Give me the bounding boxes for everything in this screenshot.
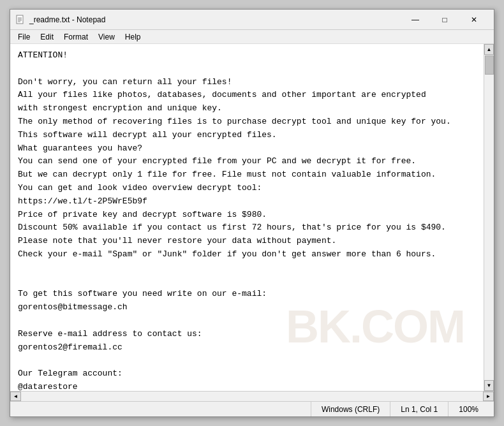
window-controls: — □ ✕: [401, 10, 489, 30]
position-status: Ln 1, Col 1: [390, 402, 448, 416]
scrollbar-thumb[interactable]: [485, 55, 494, 75]
notepad-window: _readme.txt - Notepad — □ ✕ File Edit Fo…: [10, 9, 494, 417]
menu-format[interactable]: Format: [59, 31, 93, 43]
menu-help[interactable]: Help: [120, 31, 146, 43]
minimize-button[interactable]: —: [401, 10, 430, 30]
menu-file[interactable]: File: [13, 31, 35, 43]
scrollbar-vertical: ▲ ▼: [484, 44, 494, 391]
close-button[interactable]: ✕: [459, 10, 489, 30]
app-icon: [15, 15, 26, 25]
scrollbar-horizontal: ◄ ►: [10, 391, 494, 401]
scrollbar-track: [484, 55, 494, 380]
window-title: _readme.txt - Notepad: [29, 15, 401, 24]
scroll-right-button[interactable]: ►: [483, 392, 494, 401]
title-bar: _readme.txt - Notepad — □ ✕: [10, 10, 494, 30]
menu-edit[interactable]: Edit: [35, 31, 59, 43]
content-area: BK.COM ATTENTION! Don't worry, you can r…: [10, 44, 494, 391]
menu-view[interactable]: View: [93, 31, 120, 43]
zoom-status: 100%: [448, 402, 489, 416]
scroll-up-button[interactable]: ▲: [484, 44, 494, 55]
status-bar: Windows (CRLF) Ln 1, Col 1 100%: [10, 401, 494, 416]
scroll-down-button[interactable]: ▼: [484, 380, 494, 391]
menu-bar: File Edit Format View Help: [10, 30, 494, 44]
maximize-button[interactable]: □: [430, 10, 459, 30]
scrollbar-x-track: [21, 392, 483, 401]
scroll-left-button[interactable]: ◄: [10, 392, 21, 401]
text-area-wrapper[interactable]: BK.COM ATTENTION! Don't worry, you can r…: [10, 44, 484, 391]
text-content[interactable]: ATTENTION! Don't worry, you can return a…: [18, 49, 476, 391]
encoding-status: Windows (CRLF): [311, 402, 390, 416]
